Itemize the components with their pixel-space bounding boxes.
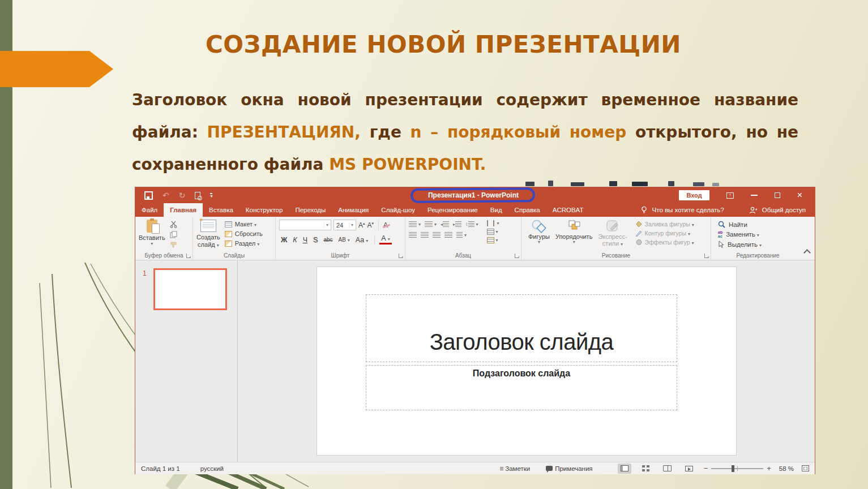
collapse-ribbon-icon[interactable] [803, 249, 811, 256]
clipboard-group: Вставить [135, 217, 193, 260]
slide-thumbnail[interactable] [153, 268, 227, 310]
share-button[interactable]: Общий доступ [762, 207, 806, 213]
paragraph-dialog-launcher-icon[interactable] [515, 254, 519, 258]
arrange-button[interactable]: Упорядочить [555, 220, 592, 251]
tab-home[interactable]: Главная [164, 203, 203, 217]
notes-toggle[interactable]: ≡ Заметки [499, 465, 530, 473]
drawing-dialog-launcher-icon[interactable] [704, 254, 709, 258]
subtitle-placeholder[interactable]: Подзаголовок слайда [366, 365, 677, 410]
shapes-button[interactable]: Фигуры [528, 220, 550, 251]
character-spacing-button[interactable]: АВ [337, 236, 352, 243]
normal-view-button[interactable] [618, 464, 631, 474]
bold-button[interactable]: Ж [279, 235, 289, 244]
text-shadow-button[interactable]: S [311, 235, 319, 244]
customize-qat-icon[interactable]: ▾ [210, 193, 212, 198]
section-button[interactable]: Раздел [225, 240, 263, 247]
zoom-slider[interactable] [711, 468, 763, 469]
decrease-indent-icon [443, 221, 449, 227]
slide-thumbnail-panel: 1 [135, 260, 238, 462]
tab-design[interactable]: Конструктор [240, 203, 289, 217]
tab-slideshow[interactable]: Слайд-шоу [375, 203, 421, 217]
increase-indent-icon [455, 221, 461, 227]
font-size-combo[interactable]: 24▾ [333, 220, 356, 230]
ribbon-display-options-icon[interactable]: ↑ [726, 192, 734, 199]
smartart-convert-button[interactable] [487, 237, 499, 243]
quick-styles-button[interactable]: Экспресс- стили [598, 220, 627, 251]
select-button[interactable]: Выделить [718, 241, 802, 248]
tab-transitions[interactable]: Переходы [289, 203, 332, 217]
maximize-icon[interactable] [775, 192, 780, 198]
format-painter-icon[interactable] [170, 241, 178, 248]
save-icon[interactable] [144, 191, 153, 200]
replace-button[interactable]: ab ac Заменить [718, 230, 802, 238]
underline-button[interactable]: Ч [301, 235, 309, 244]
tab-animations[interactable]: Анимация [332, 203, 375, 217]
print-preview-icon[interactable] [195, 192, 200, 199]
line-spacing-button[interactable]: ↕ [465, 221, 478, 227]
zoom-slider-handle[interactable] [732, 465, 734, 472]
align-right-button[interactable] [433, 232, 441, 238]
text-direction-button[interactable] [487, 220, 499, 226]
layout-button[interactable]: Макет [225, 221, 263, 228]
reading-view-button[interactable] [661, 464, 674, 474]
slide-sorter-view-button[interactable] [639, 464, 653, 474]
paste-button[interactable]: Вставить [139, 220, 165, 251]
copy-icon[interactable] [170, 231, 178, 238]
change-case-button[interactable]: Аа [354, 235, 370, 244]
slide-canvas[interactable]: Заголовок слайда Подзаголовок слайда [317, 267, 736, 455]
comments-toggle[interactable]: Примечания [546, 465, 592, 472]
align-center-button[interactable] [421, 232, 429, 238]
clear-formatting-button[interactable]: А [383, 221, 388, 229]
find-button[interactable]: Найти [718, 221, 802, 228]
bullets-icon [409, 221, 417, 227]
cut-icon[interactable] [170, 221, 178, 228]
strikethrough-button[interactable]: abc [322, 236, 334, 243]
grow-font-button[interactable]: А▴ [358, 221, 365, 229]
tab-acrobat[interactable]: ACROBAT [546, 203, 590, 217]
close-icon[interactable]: × [797, 191, 802, 200]
language-indicator[interactable]: русский [200, 465, 224, 472]
tellme-box[interactable]: Что вы хотите сделать? [652, 207, 724, 213]
window-controls: Вход ↑ × [679, 190, 802, 200]
paragraph-group: ◂ ▸ ↕ Абза [405, 217, 521, 260]
tab-view[interactable]: Вид [484, 203, 508, 217]
tab-insert[interactable]: Вставка [203, 203, 240, 217]
bullets-button[interactable] [409, 221, 421, 227]
clipboard-dialog-launcher-icon[interactable] [186, 254, 191, 258]
minimize-icon[interactable] [751, 195, 758, 196]
font-dialog-launcher-icon[interactable] [399, 254, 403, 258]
tab-file[interactable]: Файл [135, 203, 164, 217]
reset-button[interactable]: Сбросить [225, 230, 263, 237]
align-text-button[interactable] [487, 229, 499, 235]
sign-in-button[interactable]: Вход [679, 190, 709, 200]
tab-review[interactable]: Рецензирование [421, 203, 484, 217]
slideshow-view-button[interactable] [682, 464, 696, 474]
justify-button[interactable] [444, 232, 452, 238]
align-left-button[interactable] [409, 232, 417, 238]
shape-outline-button[interactable]: Контур фигуры [635, 230, 694, 237]
new-slide-button[interactable]: Создать слайд [196, 220, 220, 251]
tab-help[interactable]: Справка [508, 203, 546, 217]
justify-icon [444, 232, 452, 238]
increase-indent-button[interactable]: ▸ [453, 221, 461, 227]
shrink-font-button[interactable]: А▾ [367, 221, 374, 229]
redo-icon[interactable]: ↻ [179, 191, 186, 199]
zoom-level[interactable]: 58 % [779, 465, 794, 472]
shape-effects-button[interactable]: Эффекты фигур [635, 239, 694, 246]
numbering-button[interactable] [425, 221, 437, 227]
zoom-in-button[interactable]: + [767, 466, 771, 471]
arrange-icon [567, 220, 581, 233]
slideshow-icon [685, 466, 693, 471]
font-name-combo[interactable]: ▾ [279, 220, 331, 230]
undo-icon[interactable]: ↶ [163, 191, 169, 199]
fit-slide-to-window-icon[interactable] [802, 465, 809, 471]
columns-button[interactable] [456, 232, 467, 238]
shape-fill-button[interactable]: Заливка фигуры [635, 221, 694, 228]
decrease-indent-button[interactable]: ◂ [441, 221, 449, 227]
title-placeholder[interactable]: Заголовок слайда [366, 294, 677, 362]
columns-icon [456, 232, 463, 238]
font-color-button[interactable]: А [379, 235, 391, 244]
zoom-out-button[interactable]: − [704, 466, 708, 471]
comments-icon [546, 466, 553, 471]
italic-button[interactable]: К [291, 235, 298, 244]
